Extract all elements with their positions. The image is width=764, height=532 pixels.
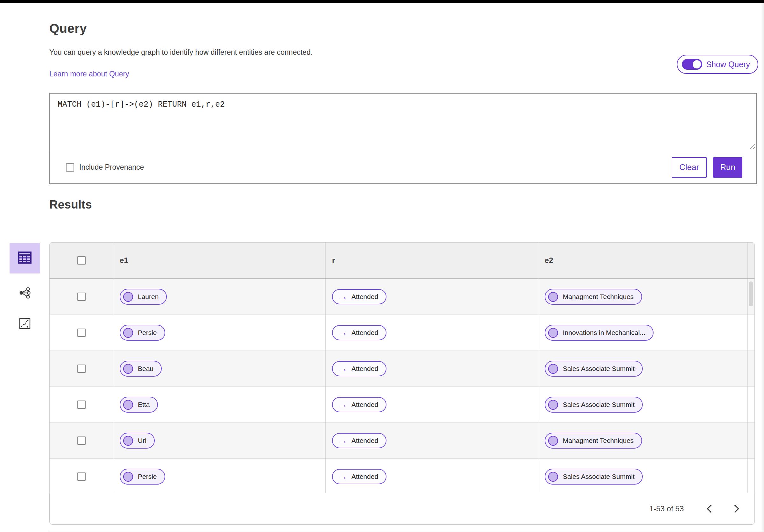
row-scrollbar-cell <box>747 423 754 458</box>
entity-label: Sales Associate Summit <box>563 365 635 373</box>
relation-label: Attended <box>351 329 378 336</box>
select-all-checkbox[interactable] <box>77 256 86 265</box>
arrow-right-icon: → <box>339 401 347 409</box>
clear-button[interactable]: Clear <box>672 157 707 178</box>
entity-pill[interactable]: Persie <box>120 325 165 341</box>
row-checkbox[interactable] <box>77 472 86 481</box>
relation-pill[interactable]: → Attended <box>332 433 386 448</box>
row-checkbox-cell <box>50 423 113 458</box>
pagination-bar: 1-53 of 53 <box>49 493 755 525</box>
entity-node-icon <box>123 292 133 302</box>
show-query-toggle[interactable]: Show Query <box>677 55 758 74</box>
results-view-switcher <box>10 243 40 335</box>
entity-node-icon <box>123 364 133 374</box>
show-query-label: Show Query <box>706 60 750 69</box>
row-checkbox-cell <box>50 315 113 351</box>
entity-pill[interactable]: Sales Associate Summit <box>545 361 643 377</box>
table-row: Persie → Attended Innovations in Mechani… <box>50 315 754 351</box>
table-header-row: e1 r e2 <box>50 243 754 279</box>
entity-label: Sales Associate Summit <box>563 473 635 480</box>
row-checkbox[interactable] <box>77 292 86 301</box>
entity-node-icon <box>123 328 133 338</box>
row-scrollbar-cell <box>747 351 754 387</box>
entity-node-icon <box>548 436 558 446</box>
include-provenance-checkbox[interactable] <box>66 163 74 172</box>
arrow-right-icon: → <box>339 329 347 337</box>
table-row: Lauren → Attended Managment Techniques <box>50 279 754 315</box>
entity-pill[interactable]: Sales Associate Summit <box>545 397 643 413</box>
relation-cell: → Attended <box>325 423 538 458</box>
entity-node-icon <box>548 400 558 410</box>
table-row: Uri → Attended Managment Techniques <box>50 423 754 459</box>
relation-pill[interactable]: → Attended <box>332 289 386 304</box>
relation-pill[interactable]: → Attended <box>332 361 386 376</box>
e1-cell: Persie <box>113 459 325 494</box>
chart-icon <box>19 317 31 331</box>
query-footer: Include Provenance Clear Run <box>50 151 756 183</box>
entity-node-icon <box>548 328 558 338</box>
toggle-switch-icon[interactable] <box>682 59 702 70</box>
relation-cell: → Attended <box>325 387 538 423</box>
row-checkbox-cell <box>50 279 113 314</box>
table-icon <box>18 252 32 265</box>
graph-view-button[interactable] <box>10 283 40 304</box>
row-checkbox[interactable] <box>77 401 86 409</box>
e1-cell: Lauren <box>113 279 325 314</box>
relation-label: Attended <box>351 293 378 300</box>
entity-label: Uri <box>138 437 146 444</box>
run-button[interactable]: Run <box>713 157 742 178</box>
entity-pill[interactable]: Sales Associate Summit <box>545 469 643 484</box>
entity-label: Sales Associate Summit <box>563 401 635 409</box>
chevron-right-icon <box>731 505 739 513</box>
entity-pill[interactable]: Persie <box>120 469 165 484</box>
next-page-button[interactable] <box>726 499 746 518</box>
entity-pill[interactable]: Uri <box>120 433 155 448</box>
entity-node-icon <box>123 436 133 446</box>
entity-pill[interactable]: Beau <box>120 361 162 377</box>
row-checkbox[interactable] <box>77 329 86 337</box>
chart-view-button[interactable] <box>10 314 40 335</box>
entity-label: Lauren <box>138 293 158 300</box>
relation-label: Attended <box>351 437 378 444</box>
row-checkbox[interactable] <box>77 365 86 373</box>
table-row: Persie → Attended Sales Associate Summit <box>50 459 754 495</box>
query-description: You can query a knowledge graph to ident… <box>49 48 764 57</box>
entity-pill[interactable]: Innovations in Mechanical... <box>545 325 654 341</box>
entity-pill[interactable]: Managment Techniques <box>545 289 642 305</box>
entity-node-icon <box>123 472 133 482</box>
pagination-range-label: 1-53 of 53 <box>650 504 684 513</box>
entity-label: Managment Techniques <box>563 293 634 300</box>
row-checkbox[interactable] <box>77 437 86 445</box>
entity-label: Etta <box>138 401 150 409</box>
table-view-button[interactable] <box>10 243 40 273</box>
relation-label: Attended <box>351 365 378 373</box>
table-scrollbar-thumb[interactable] <box>749 281 753 306</box>
e2-cell: Sales Associate Summit <box>538 459 747 494</box>
relation-cell: → Attended <box>325 315 538 351</box>
graph-icon <box>19 287 31 300</box>
entity-pill[interactable]: Etta <box>120 397 158 413</box>
entity-node-icon <box>548 472 558 482</box>
e2-cell: Innovations in Mechanical... <box>538 315 747 351</box>
entity-label: Managment Techniques <box>563 437 634 444</box>
top-black-bar <box>0 0 764 3</box>
learn-more-link[interactable]: Learn more about Query <box>49 70 129 78</box>
entity-label: Persie <box>138 473 157 480</box>
row-scrollbar-cell <box>747 459 754 494</box>
relation-pill[interactable]: → Attended <box>332 469 386 484</box>
relation-pill[interactable]: → Attended <box>332 397 386 412</box>
results-table: e1 r e2 Lauren → Attended Managment Tech… <box>49 242 755 510</box>
chevron-left-icon <box>707 505 715 513</box>
query-input[interactable]: MATCH (e1)-[r]->(e2) RETURN e1,r,e2 <box>50 93 756 151</box>
query-page: Query Show Query You can query a knowled… <box>0 3 764 211</box>
column-header-r: r <box>325 243 538 278</box>
e2-cell: Sales Associate Summit <box>538 387 747 423</box>
header-scrollbar-cell <box>747 243 754 278</box>
relation-pill[interactable]: → Attended <box>332 325 386 340</box>
relation-cell: → Attended <box>325 351 538 387</box>
entity-pill[interactable]: Managment Techniques <box>545 433 642 448</box>
entity-pill[interactable]: Lauren <box>120 289 167 305</box>
arrow-right-icon: → <box>339 437 347 445</box>
previous-page-button[interactable] <box>700 499 719 518</box>
entity-label: Beau <box>138 365 153 373</box>
